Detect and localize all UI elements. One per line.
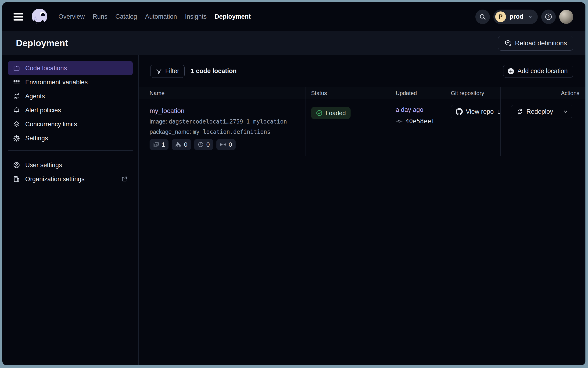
code-location-count: 1 code location bbox=[191, 67, 237, 75]
column-header-git-repository: Git repository bbox=[445, 87, 500, 99]
sidebar-item-label: Concurrency limits bbox=[25, 121, 77, 128]
sidebar-item-concurrency-limits[interactable]: Concurrency limits bbox=[8, 117, 133, 131]
sidebar-item-organization-settings[interactable]: Organization settings bbox=[8, 172, 133, 186]
sidebar-item-label: Settings bbox=[25, 135, 48, 142]
schedules-count-badge: 0 bbox=[194, 139, 213, 150]
graphs-count-badge: 0 bbox=[172, 139, 191, 150]
code-location-name-link[interactable]: my_location bbox=[150, 107, 184, 115]
sidebar-item-alert-policies[interactable]: Alert policies bbox=[8, 103, 133, 117]
nav-item-deployment[interactable]: Deployment bbox=[215, 13, 251, 20]
redeploy-label: Redeploy bbox=[526, 108, 553, 115]
cube-reload-icon bbox=[504, 39, 512, 47]
external-link-icon bbox=[121, 176, 128, 182]
svg-text:?: ? bbox=[547, 15, 550, 19]
layers-icon bbox=[13, 121, 20, 128]
building-icon bbox=[13, 175, 20, 183]
deployment-name: prod bbox=[510, 13, 523, 20]
sidebar-item-settings[interactable]: Settings bbox=[8, 131, 133, 145]
view-repo-label: View repo bbox=[466, 108, 494, 115]
jobs-count-badge: 1 bbox=[150, 139, 169, 150]
column-header-updated: Updated bbox=[389, 87, 445, 99]
app-window: Overview Runs Catalog Automation Insight… bbox=[2, 2, 585, 365]
filter-button[interactable]: Filter bbox=[150, 65, 185, 78]
redeploy-split-button: Redeploy bbox=[511, 105, 572, 118]
bell-icon bbox=[13, 107, 20, 114]
sidebar-item-label: Environment variables bbox=[25, 79, 88, 86]
help-icon: ? bbox=[545, 13, 552, 21]
gear-icon bbox=[13, 135, 20, 142]
status-badge: Loaded bbox=[311, 107, 351, 119]
clock-icon bbox=[198, 141, 204, 147]
sensor-signal-icon bbox=[220, 141, 226, 147]
table-row: my_location image: dagstercodelocati…275… bbox=[139, 99, 585, 156]
search-icon bbox=[479, 13, 486, 20]
nav-item-overview[interactable]: Overview bbox=[58, 13, 85, 20]
sensors-count-badge: 0 bbox=[216, 139, 235, 150]
deployment-switcher[interactable]: P prod bbox=[493, 9, 538, 24]
help-button[interactable]: ? bbox=[541, 9, 556, 24]
sidebar-item-agents[interactable]: Agents bbox=[8, 89, 133, 103]
page-header: Deployment Reload definitions bbox=[2, 31, 585, 55]
sidebar-item-label: User settings bbox=[25, 162, 62, 169]
top-nav-right: P prod ? bbox=[475, 9, 573, 24]
page-title: Deployment bbox=[16, 38, 68, 48]
nav-item-catalog[interactable]: Catalog bbox=[115, 13, 137, 20]
sync-arrows-icon bbox=[13, 93, 20, 100]
filter-button-label: Filter bbox=[165, 67, 179, 75]
plus-circle-icon bbox=[507, 67, 515, 75]
sidebar-item-code-locations[interactable]: Code locations bbox=[8, 61, 133, 75]
github-icon bbox=[456, 108, 463, 115]
code-locations-table: Name Status Updated Git repository Actio… bbox=[139, 87, 585, 156]
code-locations-panel: Filter 1 code location Add code location bbox=[139, 55, 585, 365]
reload-definitions-label: Reload definitions bbox=[515, 39, 567, 47]
jobs-sheets-icon bbox=[153, 141, 159, 147]
sidebar-item-label: Alert policies bbox=[25, 107, 61, 114]
redeploy-button[interactable]: Redeploy bbox=[511, 105, 559, 118]
redeploy-more-button[interactable] bbox=[559, 105, 572, 118]
chevron-down-icon bbox=[527, 14, 533, 20]
funnel-icon bbox=[156, 68, 162, 74]
view-repo-button[interactable]: View repo bbox=[451, 105, 500, 118]
definition-count-badges: 1 bbox=[150, 139, 298, 150]
column-header-name: Name bbox=[139, 87, 305, 99]
package-meta: package_name: my_location.definitions bbox=[150, 129, 298, 135]
primary-nav: Overview Runs Catalog Automation Insight… bbox=[58, 13, 251, 20]
nav-item-runs[interactable]: Runs bbox=[93, 13, 107, 20]
nav-item-automation[interactable]: Automation bbox=[145, 13, 177, 20]
search-button[interactable] bbox=[475, 9, 490, 24]
code-locations-toolbar: Filter 1 code location Add code location bbox=[139, 55, 585, 87]
external-link-icon bbox=[497, 109, 500, 115]
git-commit-icon bbox=[396, 118, 403, 125]
status-label: Loaded bbox=[326, 110, 346, 117]
check-circle-icon bbox=[316, 110, 323, 117]
top-nav: Overview Runs Catalog Automation Insight… bbox=[2, 2, 585, 31]
table-header-row: Name Status Updated Git repository Actio… bbox=[139, 87, 585, 99]
asterisks-icon bbox=[13, 79, 20, 86]
user-circle-icon bbox=[13, 162, 20, 169]
updated-time-link[interactable]: a day ago bbox=[396, 106, 424, 113]
folder-icon bbox=[13, 65, 20, 72]
graph-schema-icon bbox=[175, 141, 181, 147]
add-code-location-label: Add code location bbox=[517, 67, 568, 75]
hamburger-menu-icon[interactable] bbox=[14, 13, 23, 20]
sidebar-item-label: Agents bbox=[25, 93, 45, 100]
sidebar-divider bbox=[8, 150, 133, 151]
sidebar-item-label: Organization settings bbox=[25, 175, 85, 183]
sidebar-item-label: Code locations bbox=[25, 65, 67, 72]
commit-hash: 40e58eef bbox=[406, 118, 435, 125]
chevron-down-icon bbox=[562, 108, 569, 115]
nav-item-insights[interactable]: Insights bbox=[185, 13, 207, 20]
deployment-sidebar: Code locations Environment variables bbox=[2, 55, 139, 365]
sidebar-item-environment-variables[interactable]: Environment variables bbox=[8, 75, 133, 89]
add-code-location-button[interactable]: Add code location bbox=[503, 65, 573, 78]
column-header-status: Status bbox=[305, 87, 389, 99]
reload-definitions-button[interactable]: Reload definitions bbox=[498, 36, 573, 51]
sidebar-item-user-settings[interactable]: User settings bbox=[8, 158, 133, 172]
refresh-icon bbox=[517, 108, 523, 115]
commit-row: 40e58eef bbox=[396, 118, 445, 125]
column-header-actions: Actions bbox=[500, 87, 585, 99]
dagster-logo[interactable] bbox=[30, 8, 49, 26]
image-meta: image: dagstercodelocati…2759-1-mylocati… bbox=[150, 118, 298, 125]
deployment-initial-badge: P bbox=[495, 11, 506, 22]
user-avatar[interactable] bbox=[559, 10, 573, 24]
